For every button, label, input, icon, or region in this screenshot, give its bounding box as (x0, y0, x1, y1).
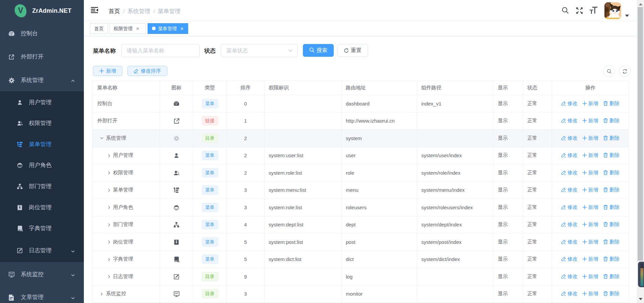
svg-text:V: V (18, 6, 23, 15)
